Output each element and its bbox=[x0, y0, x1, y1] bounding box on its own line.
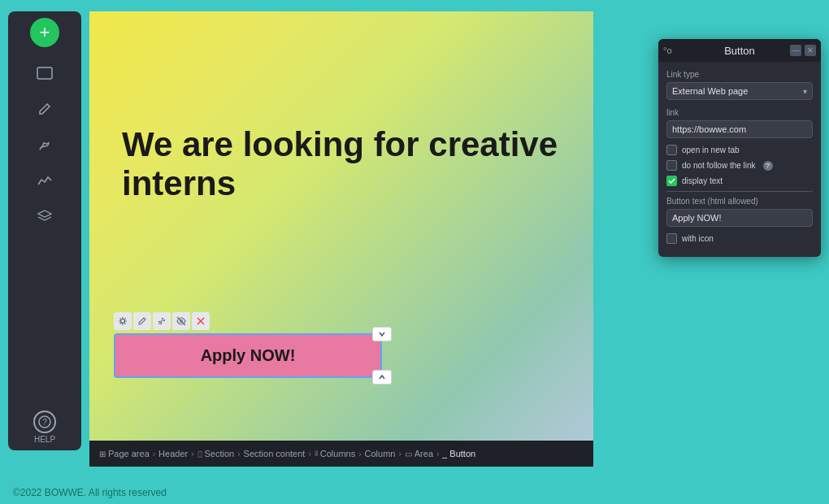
svg-marker-1 bbox=[38, 211, 51, 217]
breadcrumb-area[interactable]: ▭ Area bbox=[405, 449, 433, 458]
breadcrumb-arrow-2: › bbox=[191, 450, 193, 458]
open-new-tab-label: open in new tab bbox=[682, 146, 740, 154]
link-type-value: External Web page bbox=[672, 86, 748, 96]
no-follow-help-icon[interactable]: ? bbox=[763, 161, 773, 171]
plugin-indicator: °o bbox=[663, 46, 672, 55]
svg-rect-0 bbox=[37, 67, 52, 79]
canvas-headline: We are looking for creative interns bbox=[122, 125, 577, 204]
breadcrumb-page-area[interactable]: ⊞ Page area bbox=[99, 449, 150, 458]
help-icon[interactable]: ? bbox=[33, 411, 56, 433]
help-label: HELP bbox=[34, 435, 55, 444]
sidebar: + ? HELP bbox=[8, 11, 81, 450]
display-text-label: display text bbox=[682, 176, 723, 185]
breadcrumb-column[interactable]: Column bbox=[365, 449, 396, 458]
no-follow-checkbox[interactable] bbox=[666, 160, 677, 171]
layers-icon[interactable] bbox=[32, 203, 58, 229]
section-icon: ⌷ bbox=[197, 450, 202, 458]
with-icon-row: with icon bbox=[666, 233, 813, 244]
editor-container: We are looking for creative interns bbox=[89, 11, 593, 467]
breadcrumb-arrow-3: › bbox=[237, 450, 240, 458]
breadcrumb-arrow-6: › bbox=[398, 450, 401, 458]
button-text-label: Button text (html allowed) bbox=[666, 197, 813, 206]
apply-now-button[interactable]: Apply NOW! bbox=[114, 333, 382, 378]
expand-down-button[interactable] bbox=[372, 327, 392, 341]
link-input[interactable] bbox=[666, 120, 813, 138]
brush-icon[interactable] bbox=[32, 132, 58, 158]
breadcrumb-button[interactable]: ⎯ Button bbox=[442, 449, 475, 458]
visibility-toolbar-icon[interactable] bbox=[172, 312, 190, 330]
analytics-icon[interactable] bbox=[32, 167, 58, 193]
button-text-input[interactable] bbox=[666, 209, 813, 227]
breadcrumb-arrow-5: › bbox=[358, 450, 361, 458]
select-arrow-icon: ▾ bbox=[803, 87, 807, 96]
canvas-button-wrapper: Apply NOW! bbox=[114, 312, 382, 378]
delete-toolbar-icon[interactable] bbox=[192, 312, 210, 330]
panel-close-button[interactable]: ✕ bbox=[805, 45, 816, 56]
button-toolbar bbox=[114, 312, 382, 330]
breadcrumb-section-content[interactable]: Section content bbox=[244, 449, 306, 458]
breadcrumb-arrow-4: › bbox=[308, 450, 310, 458]
columns-icon: ⦀ bbox=[315, 449, 318, 458]
display-text-checkbox[interactable] bbox=[666, 176, 677, 186]
pages-icon[interactable] bbox=[32, 60, 58, 86]
settings-toolbar-icon[interactable] bbox=[114, 312, 132, 330]
open-new-tab-row: open in new tab bbox=[666, 145, 813, 155]
panel-content: Link type External Web page ▾ link open … bbox=[658, 62, 821, 257]
panel-divider bbox=[666, 191, 813, 192]
canvas: We are looking for creative interns bbox=[89, 11, 593, 441]
svg-text:?: ? bbox=[42, 418, 47, 427]
button-breadcrumb-icon: ⎯ bbox=[442, 450, 447, 458]
edit-toolbar-icon[interactable] bbox=[133, 312, 151, 330]
page-area-icon: ⊞ bbox=[99, 450, 106, 458]
plus-icon: + bbox=[40, 22, 50, 43]
display-text-row: display text bbox=[666, 176, 813, 186]
breadcrumb-section[interactable]: ⌷ Section bbox=[197, 449, 235, 458]
breadcrumb-arrow-1: › bbox=[153, 450, 155, 458]
panel-minimize-button[interactable]: — bbox=[790, 45, 801, 56]
link-type-select[interactable]: External Web page ▾ bbox=[666, 82, 813, 100]
right-panel: °o Button — ✕ Link type External Web pag… bbox=[658, 39, 821, 257]
breadcrumb-columns[interactable]: ⦀ Columns bbox=[315, 449, 355, 458]
no-follow-row: do not follow the link ? bbox=[666, 160, 813, 171]
svg-point-4 bbox=[121, 319, 125, 324]
headline-text: We are looking for creative interns bbox=[122, 125, 577, 204]
area-icon: ▭ bbox=[405, 450, 412, 458]
panel-titlebar: °o Button — ✕ bbox=[658, 39, 821, 62]
link-label: link bbox=[666, 108, 813, 117]
breadcrumb-bar: ⊞ Page area › Header › ⌷ Section › Secti… bbox=[89, 441, 593, 467]
breadcrumb-arrow-7: › bbox=[436, 450, 439, 458]
expand-up-button[interactable] bbox=[372, 370, 392, 385]
panel-title: Button bbox=[724, 45, 755, 57]
panel-controls: — ✕ bbox=[790, 45, 816, 56]
footer-copyright: ©2022 BOWWE. All rights reserved bbox=[13, 487, 167, 498]
no-follow-label: do not follow the link bbox=[682, 161, 756, 170]
edit-icon[interactable] bbox=[32, 96, 58, 122]
with-icon-label: with icon bbox=[682, 234, 714, 243]
footer: ©2022 BOWWE. All rights reserved bbox=[0, 481, 829, 504]
help-section: ? HELP bbox=[33, 411, 56, 444]
breadcrumb-header[interactable]: Header bbox=[158, 449, 188, 458]
pin-toolbar-icon[interactable] bbox=[153, 312, 171, 330]
with-icon-checkbox[interactable] bbox=[666, 233, 677, 244]
add-element-button[interactable]: + bbox=[30, 18, 59, 47]
link-type-label: Link type bbox=[666, 70, 813, 79]
open-new-tab-checkbox[interactable] bbox=[666, 145, 677, 155]
